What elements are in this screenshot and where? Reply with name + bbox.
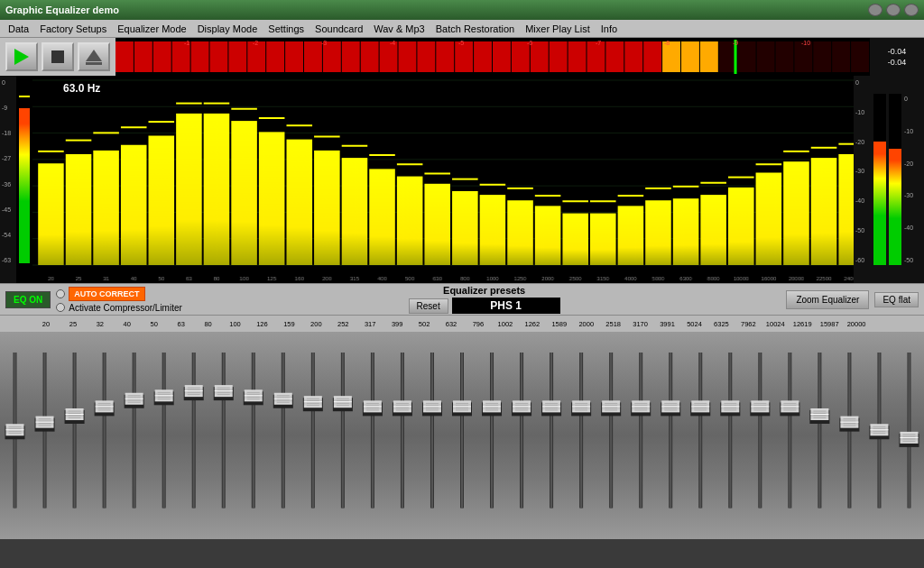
freq-label-1002: 1002 bbox=[492, 320, 519, 328]
freq-label-1589: 1589 bbox=[546, 320, 573, 328]
stop-button[interactable] bbox=[42, 42, 74, 71]
freq-label-1262: 1262 bbox=[519, 320, 546, 328]
db-readouts-area: -0.04 -0.04 bbox=[870, 38, 924, 76]
eq-spectrum-area: 63.0 Hz 0 -10 -20 -30 -40 -50 -60 bbox=[32, 76, 870, 283]
fader-section bbox=[0, 332, 924, 539]
freq-label-399: 399 bbox=[383, 320, 411, 328]
eject-button[interactable] bbox=[78, 42, 110, 71]
freq-label-100: 100 bbox=[222, 320, 249, 328]
title-bar: Graphic Equalizer demo bbox=[0, 0, 924, 20]
auto-correct-button[interactable]: AUTO CORRECT bbox=[69, 287, 144, 301]
freq-label-2000: 2000 bbox=[573, 320, 600, 328]
freq-label-126: 126 bbox=[249, 320, 276, 328]
left-vu-bar bbox=[19, 108, 30, 264]
right-vu-meter-1 bbox=[873, 94, 886, 265]
play-button[interactable] bbox=[5, 42, 38, 71]
auto-correct-row: AUTO CORRECT bbox=[56, 287, 182, 301]
right-vu-meter-2 bbox=[889, 94, 901, 265]
menu-factory-setups[interactable]: Factory Setups bbox=[35, 22, 111, 36]
right-scale-inner: 0 -10 -20 -30 -40 -50 -60 bbox=[854, 76, 870, 283]
menu-settings[interactable]: Settings bbox=[263, 22, 309, 36]
window-controls bbox=[868, 4, 919, 16]
eq-on-button[interactable]: EQ ON bbox=[5, 291, 51, 308]
left-scale: 0 -9 -18 -27 -36 -45 -54 -63 bbox=[0, 76, 16, 283]
freq-label: 63.0 Hz bbox=[60, 81, 104, 96]
freq-label-6325: 6325 bbox=[707, 320, 735, 328]
db-left-readout: -0.04 bbox=[888, 47, 907, 56]
auto-correct-radio[interactable] bbox=[56, 289, 65, 298]
presets-label: Equalizer presets bbox=[188, 285, 781, 296]
presets-center: Equalizer presets Reset PHS 1 bbox=[188, 285, 781, 314]
freq-label-3170: 3170 bbox=[627, 320, 654, 328]
transport-controls bbox=[0, 38, 116, 76]
menu-bar: Data Factory Setups Equalizer Mode Displ… bbox=[0, 20, 924, 38]
zoom-equalizer-button[interactable]: Zoom Equalizer bbox=[786, 290, 869, 309]
menu-wav-mp3[interactable]: Wav & Mp3 bbox=[369, 22, 429, 36]
right-vu-meters: 0 -10 -20 -30 -40 -50 bbox=[873, 79, 922, 279]
fader-canvas bbox=[0, 332, 924, 539]
freq-label-12619: 12619 bbox=[789, 320, 816, 328]
stop-icon bbox=[51, 50, 64, 63]
freq-label-15987: 15987 bbox=[816, 320, 843, 328]
freq-label-502: 502 bbox=[411, 320, 438, 328]
eject-icon bbox=[86, 50, 102, 65]
left-vu-meter bbox=[16, 76, 32, 283]
controls-bar: EQ ON AUTO CORRECT Activate Compressor/L… bbox=[0, 283, 924, 316]
minimize-button[interactable] bbox=[868, 4, 882, 16]
app-title: Graphic Equalizer demo bbox=[5, 5, 119, 15]
freq-label-200: 200 bbox=[302, 320, 329, 328]
freq-label-5024: 5024 bbox=[681, 320, 708, 328]
freq-label-252: 252 bbox=[329, 320, 356, 328]
menu-mixer-play-list[interactable]: Mixer Play List bbox=[521, 22, 595, 36]
restore-button[interactable] bbox=[886, 4, 901, 16]
close-button[interactable] bbox=[904, 4, 919, 16]
eq-flat-button[interactable]: EQ flat bbox=[874, 292, 919, 307]
freq-label-20000: 20000 bbox=[843, 320, 870, 328]
freq-label-63: 63 bbox=[168, 320, 195, 328]
db-right-readout: -0.04 bbox=[888, 58, 907, 67]
menu-info[interactable]: Info bbox=[596, 22, 622, 36]
freq-label-3991: 3991 bbox=[654, 320, 681, 328]
freq-label-25: 25 bbox=[60, 320, 87, 328]
freq-label-32: 32 bbox=[87, 320, 114, 328]
top-meter-canvas bbox=[116, 38, 870, 76]
menu-data[interactable]: Data bbox=[4, 22, 33, 36]
eq-controls-left: AUTO CORRECT Activate Compressor/Limiter bbox=[56, 287, 182, 313]
compressor-row: Activate Compressor/Limiter bbox=[56, 303, 182, 313]
play-icon bbox=[14, 49, 29, 65]
left-vu-peak bbox=[19, 96, 30, 97]
preset-name-display: PHS 1 bbox=[452, 298, 560, 314]
compressor-radio[interactable] bbox=[56, 303, 65, 312]
freq-label-632: 632 bbox=[438, 320, 465, 328]
right-vu-area: 0 -10 -20 -30 -40 -50 bbox=[870, 76, 924, 283]
freq-label-80: 80 bbox=[195, 320, 222, 328]
freq-label-40: 40 bbox=[114, 320, 141, 328]
freq-label-159: 159 bbox=[275, 320, 302, 328]
main-eq-area: 0 -9 -18 -27 -36 -45 -54 -63 63.0 Hz 0 -… bbox=[0, 76, 924, 283]
freq-label-7962: 7962 bbox=[735, 320, 762, 328]
freq-label-317: 317 bbox=[356, 320, 383, 328]
frequency-labels-row: 2025324050638010012615920025231739950263… bbox=[0, 316, 924, 332]
freq-label-20: 20 bbox=[32, 320, 60, 328]
compressor-label: Activate Compressor/Limiter bbox=[69, 303, 182, 313]
eq-spectrum-canvas bbox=[32, 76, 870, 283]
transport-area: -0.04 -0.04 bbox=[0, 38, 924, 76]
freq-label-50: 50 bbox=[141, 320, 168, 328]
menu-display-mode[interactable]: Display Mode bbox=[193, 22, 263, 36]
freq-label-2518: 2518 bbox=[600, 320, 627, 328]
preset-controls: Reset PHS 1 bbox=[188, 298, 781, 314]
menu-batch-restoration[interactable]: Batch Restoration bbox=[431, 22, 519, 36]
freq-label-10024: 10024 bbox=[762, 320, 789, 328]
freq-label-796: 796 bbox=[465, 320, 492, 328]
right-vu-scale: 0 -10 -20 -30 -40 -50 bbox=[904, 94, 922, 265]
menu-equalizer-mode[interactable]: Equalizer Mode bbox=[113, 22, 190, 36]
top-spectrum-meter bbox=[116, 38, 870, 76]
menu-soundcard[interactable]: Soundcard bbox=[310, 22, 367, 36]
reset-button[interactable]: Reset bbox=[409, 298, 448, 314]
